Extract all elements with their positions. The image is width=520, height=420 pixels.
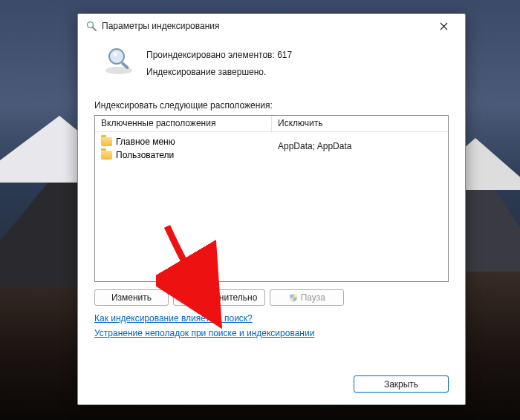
locations-section-label: Индексировать следующие расположения:: [94, 100, 449, 111]
column-excluded-header[interactable]: Исключить: [272, 116, 448, 131]
exclude-value: AppData; AppData: [272, 138, 448, 151]
folder-icon: [101, 151, 112, 160]
location-name: Главное меню: [116, 137, 175, 147]
indexing-options-dialog: Параметры индексирования Проиндексирован…: [77, 13, 466, 405]
svg-point-3: [109, 49, 124, 64]
shield-icon: [289, 293, 298, 302]
shield-icon: [181, 293, 190, 302]
window-title: Параметры индексирования: [102, 21, 428, 31]
folder-icon: [101, 137, 112, 146]
progress-status-label: Индексирование завершено.: [146, 64, 292, 81]
location-name: Пользователи: [116, 150, 174, 160]
list-item[interactable]: Главное меню: [95, 135, 272, 148]
help-link-troubleshoot[interactable]: Устранение неполадок при поиске и индекс…: [94, 328, 314, 338]
indexed-count-label: Проиндексировано элементов: 617: [146, 47, 292, 64]
svg-line-1: [93, 27, 97, 31]
close-button[interactable]: Закрыть: [354, 375, 449, 393]
svg-point-4: [113, 52, 117, 56]
modify-button[interactable]: Изменить: [94, 289, 169, 306]
column-included-header[interactable]: Включенные расположения: [95, 116, 272, 131]
pause-button: Пауза: [270, 289, 344, 306]
help-link-indexing-search[interactable]: Как индексирование влияет на поиск?: [94, 313, 253, 324]
magnifier-icon: [102, 45, 136, 75]
advanced-button[interactable]: Дополнительно: [173, 289, 265, 306]
search-icon: [85, 20, 97, 32]
locations-list: Включенные расположения Исключить Главно…: [94, 115, 449, 282]
window-close-button[interactable]: [428, 16, 459, 36]
list-item[interactable]: Пользователи: [95, 148, 272, 162]
titlebar: Параметры индексирования: [78, 14, 465, 38]
